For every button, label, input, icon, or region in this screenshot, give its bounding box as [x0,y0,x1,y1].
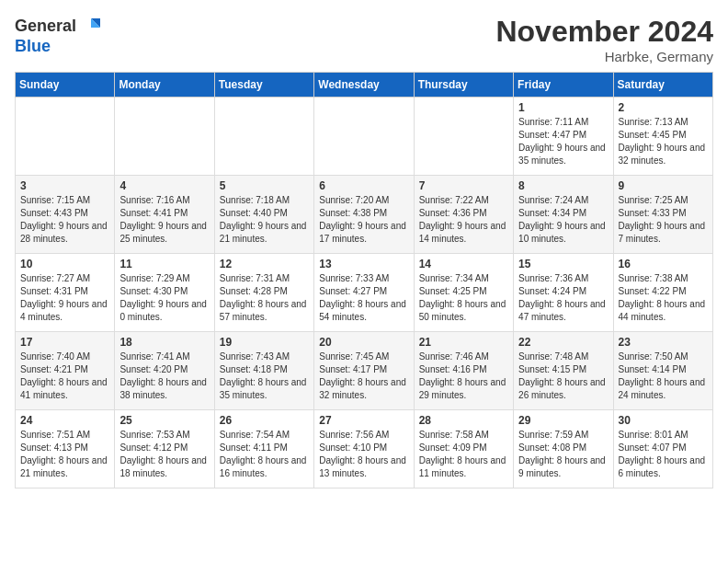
calendar-day-cell: 23Sunrise: 7:50 AMSunset: 4:14 PMDayligh… [613,332,712,410]
day-number: 3 [20,179,109,192]
day-info: Sunrise: 7:38 AMSunset: 4:22 PMDaylight:… [619,273,706,322]
calendar-day-cell: 13Sunrise: 7:33 AMSunset: 4:27 PMDayligh… [314,254,414,332]
calendar-day-cell: 24Sunrise: 7:51 AMSunset: 4:13 PMDayligh… [16,410,115,488]
day-info: Sunrise: 7:24 AMSunset: 4:34 PMDaylight:… [518,195,606,244]
calendar-day-cell: 2Sunrise: 7:13 AMSunset: 4:45 PMDaylight… [613,98,712,176]
day-info: Sunrise: 7:36 AMSunset: 4:24 PMDaylight:… [518,273,606,322]
day-number: 10 [20,258,109,270]
day-number: 16 [619,258,708,270]
calendar-day-cell: 3Sunrise: 7:15 AMSunset: 4:43 PMDaylight… [16,176,115,254]
day-info: Sunrise: 7:22 AMSunset: 4:36 PMDaylight:… [419,195,506,244]
logo-blue-text: Blue [15,37,51,55]
calendar-body: 1Sunrise: 7:11 AMSunset: 4:47 PMDaylight… [16,98,713,488]
calendar-day-cell: 19Sunrise: 7:43 AMSunset: 4:18 PMDayligh… [214,332,313,410]
calendar-day-cell: 5Sunrise: 7:18 AMSunset: 4:40 PMDaylight… [214,176,313,254]
day-number: 28 [419,414,508,427]
calendar-week-row: 17Sunrise: 7:40 AMSunset: 4:21 PMDayligh… [16,332,713,410]
day-info: Sunrise: 7:20 AMSunset: 4:38 PMDaylight:… [319,195,406,244]
day-number: 30 [619,414,708,427]
day-number: 6 [319,179,408,192]
calendar-day-cell [414,98,513,176]
day-info: Sunrise: 7:16 AMSunset: 4:41 PMDaylight:… [119,195,207,244]
day-number: 5 [220,179,309,192]
day-number: 1 [518,101,608,114]
day-number: 15 [518,258,608,270]
calendar-day-cell: 20Sunrise: 7:45 AMSunset: 4:17 PMDayligh… [314,332,414,410]
calendar-day-cell: 26Sunrise: 7:54 AMSunset: 4:11 PMDayligh… [214,410,313,488]
day-number: 2 [619,101,708,114]
weekday-header-cell: Monday [115,73,214,98]
weekday-header-row: SundayMondayTuesdayWednesdayThursdayFrid… [16,73,713,98]
day-info: Sunrise: 7:31 AMSunset: 4:28 PMDaylight:… [220,273,307,322]
day-info: Sunrise: 7:45 AMSunset: 4:17 PMDaylight:… [319,351,406,400]
calendar-subtitle: Harbke, Germany [495,49,713,64]
calendar-day-cell [214,98,313,176]
calendar-day-cell: 14Sunrise: 7:34 AMSunset: 4:25 PMDayligh… [414,254,513,332]
day-info: Sunrise: 7:33 AMSunset: 4:27 PMDaylight:… [319,273,406,322]
calendar-day-cell: 11Sunrise: 7:29 AMSunset: 4:30 PMDayligh… [115,254,214,332]
calendar-day-cell: 15Sunrise: 7:36 AMSunset: 4:24 PMDayligh… [514,254,613,332]
day-number: 24 [20,414,109,427]
day-number: 25 [119,414,209,427]
calendar-day-cell [16,98,115,176]
calendar-day-cell [314,98,414,176]
day-info: Sunrise: 7:54 AMSunset: 4:11 PMDaylight:… [220,430,307,478]
calendar-day-cell: 12Sunrise: 7:31 AMSunset: 4:28 PMDayligh… [214,254,313,332]
day-number: 21 [419,336,508,349]
calendar-week-row: 3Sunrise: 7:15 AMSunset: 4:43 PMDaylight… [16,176,713,254]
day-info: Sunrise: 7:56 AMSunset: 4:10 PMDaylight:… [319,430,406,478]
day-number: 11 [119,258,209,270]
calendar-day-cell: 27Sunrise: 7:56 AMSunset: 4:10 PMDayligh… [314,410,414,488]
day-number: 13 [319,258,408,270]
day-info: Sunrise: 7:43 AMSunset: 4:18 PMDaylight:… [220,351,307,400]
header: General Blue November 2024 Harbke, Germa… [15,15,713,64]
calendar-day-cell: 10Sunrise: 7:27 AMSunset: 4:31 PMDayligh… [16,254,115,332]
day-number: 7 [419,179,508,192]
weekday-header-cell: Saturday [613,73,712,98]
title-area: November 2024 Harbke, Germany [495,15,713,64]
day-number: 18 [119,336,209,349]
weekday-header-cell: Tuesday [214,73,313,98]
calendar-day-cell: 29Sunrise: 7:59 AMSunset: 4:08 PMDayligh… [514,410,613,488]
calendar-day-cell: 1Sunrise: 7:11 AMSunset: 4:47 PMDaylight… [514,98,613,176]
calendar-day-cell: 30Sunrise: 8:01 AMSunset: 4:07 PMDayligh… [613,410,712,488]
day-number: 8 [518,179,608,192]
day-number: 20 [319,336,408,349]
weekday-header-cell: Sunday [16,73,115,98]
day-number: 23 [619,336,708,349]
calendar-day-cell: 17Sunrise: 7:40 AMSunset: 4:21 PMDayligh… [16,332,115,410]
day-info: Sunrise: 7:15 AMSunset: 4:43 PMDaylight:… [20,195,108,244]
day-info: Sunrise: 7:13 AMSunset: 4:45 PMDaylight:… [619,117,706,166]
day-info: Sunrise: 8:01 AMSunset: 4:07 PMDaylight:… [619,430,706,478]
calendar-day-cell: 4Sunrise: 7:16 AMSunset: 4:41 PMDaylight… [115,176,214,254]
calendar-title: November 2024 [495,15,713,49]
day-number: 26 [220,414,309,427]
calendar-table: SundayMondayTuesdayWednesdayThursdayFrid… [15,72,713,488]
calendar-day-cell [115,98,214,176]
calendar-day-cell: 6Sunrise: 7:20 AMSunset: 4:38 PMDaylight… [314,176,414,254]
day-info: Sunrise: 7:59 AMSunset: 4:08 PMDaylight:… [518,430,606,478]
day-number: 12 [220,258,309,270]
calendar-day-cell: 22Sunrise: 7:48 AMSunset: 4:15 PMDayligh… [514,332,613,410]
calendar-week-row: 24Sunrise: 7:51 AMSunset: 4:13 PMDayligh… [16,410,713,488]
calendar-week-row: 1Sunrise: 7:11 AMSunset: 4:47 PMDaylight… [16,98,713,176]
weekday-header-cell: Friday [514,73,613,98]
day-info: Sunrise: 7:46 AMSunset: 4:16 PMDaylight:… [419,351,506,400]
weekday-header-cell: Wednesday [314,73,414,98]
calendar-day-cell: 21Sunrise: 7:46 AMSunset: 4:16 PMDayligh… [414,332,513,410]
day-info: Sunrise: 7:40 AMSunset: 4:21 PMDaylight:… [20,351,108,400]
day-info: Sunrise: 7:29 AMSunset: 4:30 PMDaylight:… [119,273,207,322]
calendar-day-cell: 25Sunrise: 7:53 AMSunset: 4:12 PMDayligh… [115,410,214,488]
day-info: Sunrise: 7:53 AMSunset: 4:12 PMDaylight:… [119,430,207,478]
day-info: Sunrise: 7:34 AMSunset: 4:25 PMDaylight:… [419,273,506,322]
logo-general-text: General [15,17,76,36]
day-info: Sunrise: 7:50 AMSunset: 4:14 PMDaylight:… [619,351,706,400]
calendar-day-cell: 16Sunrise: 7:38 AMSunset: 4:22 PMDayligh… [613,254,712,332]
day-info: Sunrise: 7:11 AMSunset: 4:47 PMDaylight:… [518,117,606,166]
calendar-day-cell: 18Sunrise: 7:41 AMSunset: 4:20 PMDayligh… [115,332,214,410]
calendar-day-cell: 9Sunrise: 7:25 AMSunset: 4:33 PMDaylight… [613,176,712,254]
day-info: Sunrise: 7:18 AMSunset: 4:40 PMDaylight:… [220,195,307,244]
day-info: Sunrise: 7:51 AMSunset: 4:13 PMDaylight:… [20,430,108,478]
weekday-header-cell: Thursday [414,73,513,98]
day-number: 27 [319,414,408,427]
